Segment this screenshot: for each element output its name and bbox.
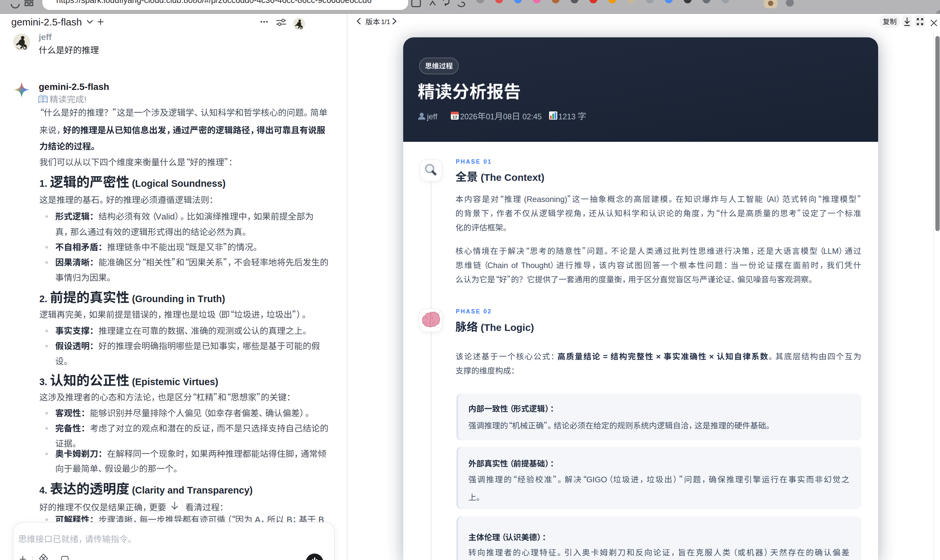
svg-text:(Clarity: (Clarity	[132, 485, 165, 495]
svg-text:Logic): Logic)	[504, 322, 534, 333]
svg-text:LLM: LLM	[823, 247, 839, 255]
svg-text:08: 08	[503, 112, 512, 121]
svg-text:×: ×	[709, 352, 714, 361]
svg-text:17: 17	[453, 115, 457, 120]
svg-text:Soundness): Soundness)	[171, 178, 226, 189]
svg-text:gemini-2.5-flash: gemini-2.5-flash	[39, 82, 109, 92]
svg-text:GIGO: GIGO	[586, 475, 607, 484]
svg-text:!: !	[84, 95, 86, 105]
svg-text:Valid: Valid	[156, 212, 175, 222]
svg-text:(The: (The	[481, 322, 501, 333]
svg-text:1213: 1213	[558, 112, 575, 121]
svg-text:https://spark.loudflyang-cloud: https://spark.loudflyang-cloud.club:8080…	[56, 0, 371, 5]
svg-text:Virtues): Virtues)	[183, 377, 218, 387]
svg-text:and: and	[167, 485, 184, 495]
svg-text:1/1: 1/1	[381, 18, 390, 25]
svg-text:Transparency): Transparency)	[187, 485, 253, 495]
svg-text:×: ×	[656, 352, 661, 361]
svg-text:jeff: jeff	[427, 112, 438, 121]
svg-text:(Grounding: (Grounding	[132, 294, 184, 304]
svg-text:=: =	[603, 352, 607, 361]
svg-text:gemini-2.5-flash: gemini-2.5-flash	[11, 17, 82, 28]
svg-text:3.: 3.	[39, 377, 47, 387]
svg-text:(The: (The	[481, 172, 501, 183]
svg-text:of: of	[512, 261, 518, 270]
svg-text:2026: 2026	[460, 112, 477, 121]
svg-text:AI: AI	[769, 195, 776, 204]
svg-text:4.: 4.	[39, 485, 47, 495]
svg-text:Context): Context)	[504, 172, 544, 183]
svg-text:02:45: 02:45	[522, 112, 542, 121]
svg-text:(Epistemic: (Epistemic	[132, 377, 180, 387]
svg-text:jeff: jeff	[39, 32, 52, 42]
svg-text:Chain: Chain	[487, 261, 508, 270]
svg-text:PHASE 01: PHASE 01	[456, 158, 492, 165]
svg-text:(Logical: (Logical	[132, 178, 168, 189]
svg-text:Truth): Truth)	[197, 294, 225, 304]
svg-text:in: in	[186, 294, 195, 304]
svg-text:01: 01	[486, 112, 495, 121]
svg-text:PHASE 02: PHASE 02	[456, 308, 492, 315]
svg-text:(Reasoning): (Reasoning)	[524, 195, 567, 204]
svg-text:Thought: Thought	[521, 261, 550, 270]
svg-text:1.: 1.	[39, 178, 47, 189]
svg-text:2.: 2.	[39, 294, 47, 304]
